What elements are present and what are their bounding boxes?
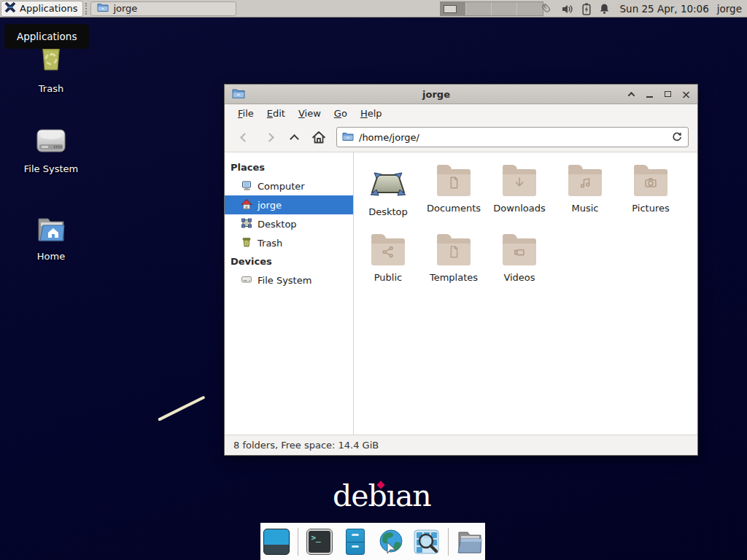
pictures-folder-icon <box>634 169 667 196</box>
workspace-1[interactable] <box>441 2 466 15</box>
terminal-icon[interactable]: >_ <box>305 527 334 556</box>
dock-separator <box>448 528 449 556</box>
window-titlebar[interactable]: jorge × <box>225 85 697 104</box>
application-finder-icon[interactable] <box>412 527 441 556</box>
reload-icon[interactable] <box>671 131 683 144</box>
status-bar: 8 folders, Free space: 14.4 GiB <box>225 435 697 455</box>
file-item-music[interactable]: Music <box>552 163 618 232</box>
file-item-templates[interactable]: Templates <box>421 232 487 301</box>
file-cabinet-icon[interactable] <box>341 527 370 556</box>
menu-go[interactable]: Go <box>328 105 354 122</box>
menu-help[interactable]: Help <box>354 105 389 122</box>
applications-menu-icon <box>4 1 16 15</box>
sidebar-item-file-system[interactable]: File System <box>225 271 353 289</box>
sidebar-header-devices: Devices <box>225 252 353 271</box>
file-item-public[interactable]: Public <box>355 232 421 301</box>
file-item-pictures[interactable]: Pictures <box>618 163 684 232</box>
location-bar[interactable]: /home/jorge/ <box>336 127 689 147</box>
file-list-area[interactable]: Desktop Documents Downloads <box>354 152 697 435</box>
folder-icon <box>97 2 109 15</box>
home-folder-icon <box>34 213 69 247</box>
minimize-button[interactable] <box>646 90 654 98</box>
taskbar-window-label: jorge <box>113 3 137 14</box>
sidebar-item-jorge[interactable]: jorge <box>225 195 353 214</box>
debian-wordmark: debıan <box>333 481 431 511</box>
music-folder-icon <box>568 169 602 196</box>
panel-handle[interactable] <box>85 3 89 15</box>
file-manager-icon[interactable] <box>455 527 484 556</box>
panel-clock[interactable]: Sun 25 Apr, 10:06 <box>620 3 709 15</box>
battery-charging-icon[interactable] <box>582 3 591 15</box>
close-button[interactable]: × <box>682 90 690 98</box>
home-button[interactable] <box>308 127 330 147</box>
file-item-videos[interactable]: Videos <box>487 232 552 301</box>
menu-file[interactable]: File <box>231 105 260 122</box>
show-desktop-icon[interactable] <box>262 527 291 556</box>
sidebar-item-computer[interactable]: Computer <box>225 176 353 195</box>
workspace-window-preview <box>444 5 457 13</box>
file-item-downloads[interactable]: Downloads <box>487 163 552 232</box>
status-text: 8 folders, Free space: 14.4 GiB <box>233 440 379 451</box>
user-home-icon <box>241 198 252 212</box>
file-manager-window: jorge × File Edit View Go Help <box>224 84 698 456</box>
sidebar-header-places: Places <box>225 158 353 176</box>
menu-view[interactable]: View <box>292 105 328 122</box>
desktop-special-icon <box>369 170 407 200</box>
window-folder-icon <box>232 88 245 101</box>
dock-separator <box>298 528 298 556</box>
back-button[interactable] <box>233 127 255 147</box>
desktop-icon <box>241 217 252 231</box>
menu-bar: File Edit View Go Help <box>225 104 697 122</box>
location-path[interactable]: /home/jorge/ <box>359 132 666 143</box>
workspace-switcher[interactable] <box>440 1 543 16</box>
window-title: jorge <box>245 89 627 100</box>
window-body: Places Computer jorge <box>225 152 697 435</box>
downloads-folder-icon <box>503 169 536 196</box>
web-browser-icon[interactable] <box>376 527 406 556</box>
workspace-2[interactable] <box>466 2 492 15</box>
applications-tooltip: Applications <box>4 24 89 49</box>
sidebar-item-trash[interactable]: Trash <box>225 233 353 252</box>
sidebar-item-desktop[interactable]: Desktop <box>225 214 353 233</box>
trash-icon <box>241 236 252 250</box>
mouse-icon[interactable] <box>540 2 554 15</box>
computer-icon <box>241 179 252 193</box>
desktop-icon-label: Home <box>37 251 65 262</box>
templates-folder-icon <box>437 238 471 265</box>
drive-icon <box>34 125 69 160</box>
applications-menu-label: Applications <box>20 3 77 14</box>
shade-button[interactable] <box>627 90 635 98</box>
desktop-icon-home[interactable]: Home <box>11 213 91 262</box>
desktop-icon-file-system[interactable]: File System <box>11 125 91 174</box>
desktop-icon-label: Trash <box>39 83 63 94</box>
applications-menu-button[interactable]: Applications <box>1 1 83 17</box>
sidebar: Places Computer jorge <box>225 152 354 435</box>
documents-folder-icon <box>437 169 471 196</box>
desktop-icon-label: File System <box>24 163 78 174</box>
taskbar-window-button[interactable]: jorge <box>90 1 236 16</box>
toolbar: /home/jorge/ <box>225 122 697 152</box>
videos-folder-icon <box>503 238 536 265</box>
workspace-3[interactable] <box>492 2 517 15</box>
top-panel: Applications jorge <box>0 0 747 18</box>
folder-icon <box>342 131 354 144</box>
menu-edit[interactable]: Edit <box>260 105 292 122</box>
maximize-button[interactable] <box>664 90 672 98</box>
stray-artifact-line <box>158 396 205 421</box>
drive-icon <box>241 273 252 287</box>
dock-panel: >_ <box>260 523 485 560</box>
panel-username[interactable]: jorge <box>717 3 742 15</box>
system-tray: Sun 25 Apr, 10:06 jorge <box>540 0 747 18</box>
notifications-bell-icon[interactable] <box>599 3 610 15</box>
desktop-screen: Applications jorge <box>0 0 747 560</box>
window-controls: × <box>627 90 690 98</box>
volume-icon[interactable] <box>562 4 574 15</box>
file-item-desktop[interactable]: Desktop <box>355 163 421 232</box>
public-folder-icon <box>371 238 405 265</box>
up-button[interactable] <box>283 127 305 147</box>
forward-button[interactable] <box>258 127 280 147</box>
file-item-documents[interactable]: Documents <box>421 163 487 232</box>
